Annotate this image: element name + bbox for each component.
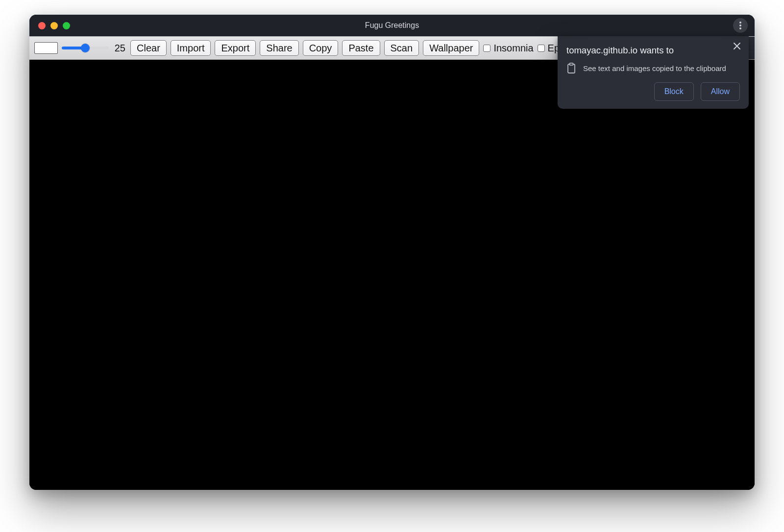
block-button[interactable]: Block [654, 82, 694, 101]
brush-size-control: 25 [62, 43, 126, 54]
checkbox-box-icon [483, 45, 490, 52]
checkbox-box-icon [538, 45, 545, 52]
more-vert-icon [739, 22, 741, 29]
slider-thumb[interactable] [81, 44, 90, 52]
copy-button[interactable]: Copy [303, 40, 339, 56]
permission-origin: tomayac.github.io wants to [566, 45, 740, 56]
svg-point-2 [739, 27, 741, 29]
export-button[interactable]: Export [215, 40, 256, 56]
svg-rect-4 [570, 63, 573, 65]
window-title: Fugu Greetings [29, 21, 755, 30]
svg-point-1 [739, 24, 741, 26]
share-button[interactable]: Share [260, 40, 298, 56]
close-prompt-button[interactable] [730, 39, 744, 53]
allow-button[interactable]: Allow [701, 82, 740, 101]
titlebar: Fugu Greetings [29, 15, 755, 36]
brush-size-value: 25 [112, 43, 125, 54]
maximize-window-button[interactable] [63, 22, 70, 29]
more-options-button[interactable] [733, 18, 748, 33]
insomnia-label: Insomnia [493, 43, 533, 54]
window-controls [38, 22, 70, 29]
svg-point-0 [739, 22, 741, 24]
scan-button[interactable]: Scan [384, 40, 419, 56]
close-icon [734, 43, 740, 49]
clear-button[interactable]: Clear [130, 40, 167, 56]
app-window: Fugu Greetings 25 Clear Import Export [29, 15, 755, 490]
wallpaper-button[interactable]: Wallpaper [423, 40, 479, 56]
color-picker[interactable] [34, 42, 58, 54]
permission-prompt: tomayac.github.io wants to See text and … [558, 36, 749, 109]
import-button[interactable]: Import [171, 40, 211, 56]
brush-size-slider[interactable] [62, 43, 109, 53]
drawing-canvas[interactable] [29, 60, 755, 490]
permission-actions: Block Allow [566, 82, 740, 101]
insomnia-checkbox[interactable]: Insomnia [483, 43, 533, 54]
clipboard-icon [566, 63, 576, 73]
minimize-window-button[interactable] [50, 22, 58, 29]
permission-row: See text and images copied to the clipbo… [566, 63, 740, 73]
close-window-button[interactable] [38, 22, 46, 29]
permission-description: See text and images copied to the clipbo… [583, 64, 726, 73]
paste-button[interactable]: Paste [342, 40, 380, 56]
